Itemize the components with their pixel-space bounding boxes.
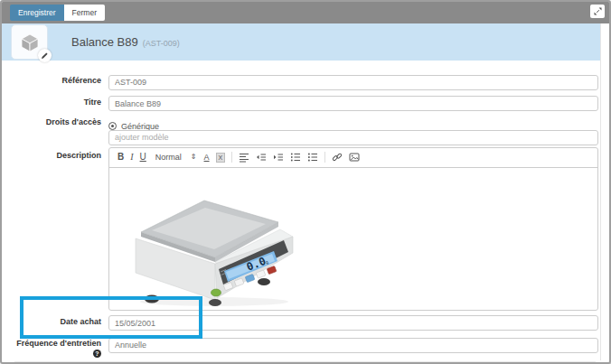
font-size-select[interactable]: ⇕ [191,154,197,161]
save-button[interactable]: Enregistrer [10,5,64,21]
help-icon[interactable]: ? [93,350,101,358]
editor-content[interactable]: 0.0 g [109,168,597,310]
italic-button[interactable]: I [130,153,133,162]
align-left-icon [239,152,249,163]
ordered-list-button[interactable] [290,152,301,163]
close-button[interactable]: Fermer [64,5,105,21]
image-icon [349,152,360,163]
add-model-input[interactable] [108,130,598,145]
title-label: Titre [14,94,108,112]
asset-code: (AST-009) [143,39,180,48]
edit-avatar-button[interactable] [38,49,52,62]
header-select[interactable]: Normal [155,154,182,162]
insert-image-button[interactable] [349,152,360,163]
reference-label: Référence [14,72,108,90]
bullet-list-button[interactable] [307,152,318,163]
purchase-date-input[interactable] [108,315,598,331]
maintenance-frequency-label: Fréquence d'entretien? [14,335,108,358]
asset-avatar [11,24,48,60]
pencil-icon [41,51,49,60]
ordered-list-icon [290,152,301,163]
action-toolbar: Enregistrer Fermer [2,2,609,23]
toolbar-divider [324,152,325,163]
indent-decrease-button[interactable] [256,152,267,163]
title-input[interactable] [108,96,598,111]
maintenance-frequency-input[interactable] [108,338,598,353]
content-right-divider [600,23,601,360]
indent-increase-icon [273,152,284,163]
asset-form: Référence Titre Droits d'accès Générique [2,61,609,358]
description-label: Description [14,147,108,311]
generic-radio[interactable] [108,122,117,130]
access-rights-label: Droits d'accès [14,117,108,127]
maintenance-frequency-label-text: Fréquence d'entretien [16,339,101,348]
indent-decrease-icon [256,152,267,163]
expand-icon [594,7,602,15]
background-color-button[interactable]: X [216,153,226,163]
bullet-list-icon [307,152,318,163]
align-button[interactable] [239,152,249,163]
asset-detail-window: Enregistrer Fermer Balance B89 [0,0,611,364]
indent-increase-button[interactable] [273,152,284,163]
expand-window-button[interactable] [590,5,605,18]
cube-icon [18,31,42,54]
text-color-button[interactable]: A [204,154,210,162]
insert-link-button[interactable] [332,152,343,163]
bold-button[interactable]: B [118,153,124,162]
link-icon [332,152,343,163]
balance-photo: 0.0 g [128,182,300,307]
underline-button[interactable]: U [140,153,146,162]
reference-input[interactable] [108,75,598,90]
description-editor: B I U Normal ⇕ A X [108,147,598,311]
page-title: Balance B89 [71,35,138,49]
purchase-date-label: Date achat [14,313,108,331]
toolbar-divider [231,152,232,163]
record-header: Balance B89 (AST-009) [2,23,601,61]
editor-toolbar: B I U Normal ⇕ A X [109,148,597,168]
